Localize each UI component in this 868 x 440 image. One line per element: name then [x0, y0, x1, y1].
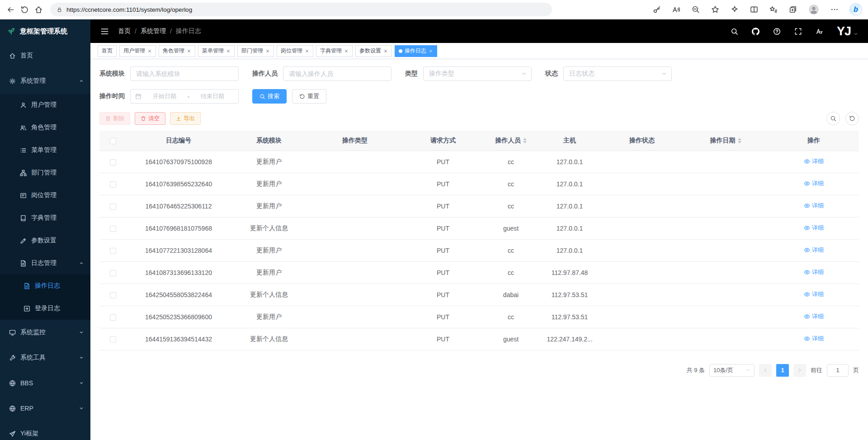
toggle-search-button[interactable] — [826, 112, 840, 125]
read-aloud-icon[interactable] — [672, 5, 680, 14]
browser-essentials-icon[interactable] — [731, 5, 739, 14]
fullscreen-icon[interactable] — [794, 28, 802, 35]
tab-param-settings[interactable]: 参数设置 — [355, 45, 392, 57]
font-size-icon[interactable] — [816, 28, 823, 35]
detail-link[interactable]: 详细 — [804, 290, 824, 298]
status-select[interactable]: 日志状态 — [563, 66, 672, 81]
app-logo[interactable]: 意框架管理系统 — [0, 19, 90, 43]
page-size-select[interactable]: 10条/页 — [709, 364, 755, 377]
page-number-button[interactable]: 1 — [776, 364, 789, 377]
split-screen-icon[interactable] — [750, 5, 758, 14]
sidebar-toggle-icon[interactable] — [100, 27, 109, 36]
tab-user-mgmt[interactable]: 用户管理 — [119, 45, 156, 57]
goto-page-input[interactable] — [827, 364, 849, 377]
column-operator[interactable]: 操作人员 — [484, 131, 538, 151]
tab-role-mgmt[interactable]: 角色管理 — [159, 45, 195, 57]
row-checkbox[interactable] — [110, 292, 116, 298]
row-checkbox[interactable] — [110, 159, 116, 166]
sort-icons[interactable] — [523, 136, 527, 145]
user-menu[interactable]: YJ — [837, 25, 858, 38]
tab-dict-mgmt[interactable]: 字典管理 — [316, 45, 353, 57]
close-icon[interactable] — [226, 49, 231, 53]
refresh-table-button[interactable] — [845, 112, 859, 125]
close-icon[interactable] — [265, 49, 270, 53]
detail-link[interactable]: 详细 — [804, 180, 824, 188]
address-bar[interactable]: https://ccnetcore.com:1101/system/log/op… — [50, 3, 552, 16]
back-icon[interactable] — [6, 5, 15, 14]
module-input[interactable] — [130, 66, 239, 81]
detail-link[interactable]: 详细 — [804, 312, 824, 321]
clear-button[interactable]: 清空 — [135, 112, 165, 125]
next-page-button[interactable] — [793, 364, 806, 377]
sort-asc-icon[interactable] — [738, 136, 741, 140]
sidebar-item-log-mgmt[interactable]: 日志管理 — [0, 252, 90, 274]
detail-link[interactable]: 详细 — [804, 157, 824, 166]
detail-link[interactable]: 详细 — [804, 246, 824, 254]
sidebar-item-system-tools[interactable]: 系统工具 — [0, 345, 90, 370]
detail-link[interactable]: 详细 — [804, 202, 824, 210]
row-checkbox[interactable] — [110, 270, 116, 276]
tab-menu-mgmt[interactable]: 菜单管理 — [198, 45, 235, 57]
select-all-checkbox[interactable] — [110, 138, 116, 144]
type-select[interactable]: 操作类型 — [423, 66, 532, 81]
breadcrumb-home[interactable]: 首页 — [118, 27, 131, 35]
row-checkbox[interactable] — [110, 181, 116, 188]
close-icon[interactable] — [383, 49, 388, 53]
row-checkbox[interactable] — [110, 314, 116, 321]
sidebar-item-system-mgmt[interactable]: 系统管理 — [0, 68, 90, 94]
sidebar-item-dept-mgmt[interactable]: 部门管理 — [0, 161, 90, 184]
tab-dept-mgmt[interactable]: 部门管理 — [237, 45, 274, 57]
detail-link[interactable]: 详细 — [804, 335, 824, 343]
row-checkbox[interactable] — [110, 248, 116, 254]
github-icon[interactable] — [752, 28, 760, 35]
copilot-icon[interactable]: b — [850, 4, 862, 15]
sort-icons[interactable] — [738, 136, 741, 145]
search-icon[interactable] — [731, 28, 738, 35]
profile-avatar[interactable] — [808, 4, 819, 15]
sidebar-item-login-log[interactable]: 登录日志 — [0, 297, 90, 320]
sidebar-item-dict-mgmt[interactable]: 字典管理 — [0, 207, 90, 229]
delete-button[interactable]: 删除 — [99, 112, 130, 125]
column-date[interactable]: 操作日期 — [683, 131, 769, 151]
tab-operation-log[interactable]: 操作日志 — [395, 45, 437, 57]
sidebar-item-system-monitor[interactable]: 系统监控 — [0, 320, 90, 345]
search-button[interactable]: 搜索 — [252, 89, 287, 104]
close-icon[interactable] — [344, 49, 349, 53]
sidebar-item-yi-framework[interactable]: Yi框架 — [0, 421, 90, 440]
zoom-out-icon[interactable] — [692, 5, 700, 14]
favorites-icon[interactable] — [769, 5, 778, 14]
sort-desc-icon[interactable] — [738, 141, 741, 145]
sidebar-item-user-mgmt[interactable]: 用户管理 — [0, 94, 90, 116]
row-checkbox[interactable] — [110, 226, 116, 232]
home-icon[interactable] — [34, 5, 43, 14]
tab-post-mgmt[interactable]: 岗位管理 — [277, 45, 313, 57]
add-favorite-icon[interactable] — [711, 5, 719, 14]
sort-desc-icon[interactable] — [523, 141, 527, 145]
close-icon[interactable] — [305, 49, 309, 53]
sidebar-item-menu-mgmt[interactable]: 菜单管理 — [0, 139, 90, 161]
tab-home[interactable]: 首页 — [98, 45, 117, 57]
sidebar-item-post-mgmt[interactable]: 岗位管理 — [0, 184, 90, 207]
close-icon[interactable] — [429, 49, 433, 53]
row-checkbox[interactable] — [110, 336, 116, 343]
sidebar-item-home[interactable]: 首页 — [0, 43, 90, 68]
sort-asc-icon[interactable] — [523, 136, 527, 140]
reset-button[interactable]: 重置 — [292, 89, 326, 104]
key-icon[interactable] — [653, 5, 661, 14]
sidebar-item-operation-log[interactable]: 操作日志 — [0, 274, 90, 297]
row-checkbox[interactable] — [110, 203, 116, 210]
close-icon[interactable] — [147, 49, 152, 53]
sidebar-item-bbs[interactable]: BBS — [0, 370, 90, 396]
operator-input[interactable] — [283, 66, 392, 81]
reload-icon[interactable] — [20, 5, 29, 14]
prev-page-button[interactable] — [759, 364, 772, 377]
export-button[interactable]: 导出 — [170, 112, 201, 125]
help-icon[interactable] — [773, 28, 781, 35]
detail-link[interactable]: 详细 — [804, 268, 824, 276]
close-icon[interactable] — [187, 49, 191, 53]
breadcrumb-system-mgmt[interactable]: 系统管理 — [141, 27, 166, 35]
sidebar-item-param-settings[interactable]: 参数设置 — [0, 229, 90, 252]
more-options-icon[interactable] — [830, 5, 839, 14]
date-range-picker[interactable]: 开始日期 - 结束日期 — [130, 89, 239, 104]
collections-icon[interactable] — [789, 5, 797, 14]
